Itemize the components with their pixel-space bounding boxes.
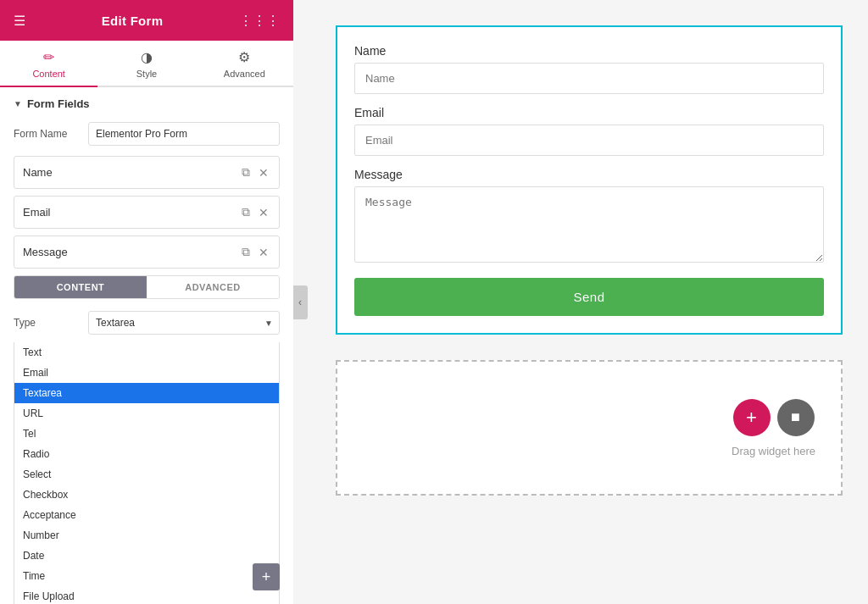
dropdown-item-file-upload[interactable]: File Upload xyxy=(14,586,279,604)
style-tab-label: Style xyxy=(136,69,157,79)
dropdown-item-tel[interactable]: Tel xyxy=(14,424,279,444)
dropdown-item-acceptance[interactable]: Acceptance xyxy=(14,505,279,525)
widget-drop-area: + ■ Drag widget here xyxy=(336,360,843,496)
field-item-message[interactable]: Message ⧉ ✕ xyxy=(14,236,280,269)
content-tab-icon: ✏ xyxy=(43,49,54,65)
sub-tab-advanced[interactable]: ADVANCED xyxy=(147,276,279,298)
field-email-label: Email xyxy=(23,206,240,219)
dropdown-item-date[interactable]: Date xyxy=(14,546,279,566)
panel-title: Edit Form xyxy=(102,14,164,28)
collapse-handle[interactable]: ‹ xyxy=(293,285,308,319)
form-name-row: Form Name xyxy=(14,122,280,146)
right-panel: ‹ Name Email Message Send + ■ xyxy=(293,0,868,604)
panel-header: ☰ Edit Form ⋮⋮⋮ xyxy=(0,0,293,41)
preview-message-label: Message xyxy=(354,168,824,181)
type-row: Type Textarea ▼ xyxy=(14,311,280,335)
type-label: Type xyxy=(14,317,81,329)
field-message-label: Message xyxy=(23,246,240,258)
preview-message-group: Message xyxy=(354,168,824,266)
form-name-label: Form Name xyxy=(14,128,81,140)
dropdown-item-time[interactable]: Time xyxy=(14,566,279,586)
drop-settings-button[interactable]: ■ xyxy=(777,399,815,436)
preview-message-textarea[interactable] xyxy=(354,186,824,263)
dropdown-item-checkbox[interactable]: Checkbox xyxy=(14,485,279,505)
preview-name-group: Name xyxy=(354,44,824,94)
type-select-wrapper: Textarea ▼ xyxy=(88,311,280,335)
field-name-delete-button[interactable]: ✕ xyxy=(257,164,270,181)
field-email-duplicate-button[interactable]: ⧉ xyxy=(240,203,252,221)
dropdown-item-number[interactable]: Number xyxy=(14,525,279,546)
preview-name-label: Name xyxy=(354,44,824,58)
dropdown-item-textarea[interactable]: Textarea xyxy=(14,383,279,403)
drop-settings-icon: ■ xyxy=(791,408,800,426)
dropdown-item-select[interactable]: Select xyxy=(14,464,279,485)
drop-buttons: + ■ xyxy=(733,399,815,436)
tab-style[interactable]: ◑ Style xyxy=(97,41,195,87)
field-message-duplicate-button[interactable]: ⧉ xyxy=(240,243,252,261)
panel-tabs: ✏ Content ◑ Style ⚙ Advanced xyxy=(0,41,293,87)
type-select[interactable]: Textarea xyxy=(88,311,280,335)
content-tab-label: Content xyxy=(32,69,65,79)
field-name-actions: ⧉ ✕ xyxy=(240,163,270,181)
advanced-tab-label: Advanced xyxy=(224,69,265,79)
preview-email-group: Email xyxy=(354,106,824,156)
hamburger-icon[interactable]: ☰ xyxy=(14,13,25,29)
dropdown-item-email[interactable]: Email xyxy=(14,363,279,383)
preview-highlight-box: Name Email Message Send xyxy=(336,25,843,335)
field-name-duplicate-button[interactable]: ⧉ xyxy=(240,163,252,181)
form-fields-section: ▼ Form Fields xyxy=(14,97,280,110)
dropdown-item-radio[interactable]: Radio xyxy=(14,444,279,464)
section-title-label: Form Fields xyxy=(27,97,90,110)
send-button[interactable]: Send xyxy=(354,278,824,316)
advanced-tab-icon: ⚙ xyxy=(238,49,250,65)
field-item-name[interactable]: Name ⧉ ✕ xyxy=(14,156,280,189)
add-field-button[interactable]: + xyxy=(253,563,280,590)
field-message-actions: ⧉ ✕ xyxy=(240,243,270,261)
left-panel: ☰ Edit Form ⋮⋮⋮ ✏ Content ◑ Style ⚙ Adva… xyxy=(0,0,293,604)
sub-tab-content[interactable]: CONTENT xyxy=(14,276,147,298)
drop-add-widget-button[interactable]: + xyxy=(733,399,771,436)
widget-drop-content: + ■ Drag widget here xyxy=(732,399,815,457)
form-name-input[interactable] xyxy=(88,122,280,146)
type-dropdown-list: Text Email Textarea URL Tel Radio Select… xyxy=(14,342,280,604)
preview-email-input[interactable] xyxy=(354,125,824,156)
field-item-email[interactable]: Email ⧉ ✕ xyxy=(14,196,280,229)
grid-icon[interactable]: ⋮⋮⋮ xyxy=(239,13,280,29)
field-name-label: Name xyxy=(23,166,240,179)
drag-widget-label: Drag widget here xyxy=(732,445,815,457)
preview-email-label: Email xyxy=(354,106,824,119)
dropdown-item-text[interactable]: Text xyxy=(14,342,279,363)
section-arrow-icon: ▼ xyxy=(14,99,22,108)
style-tab-icon: ◑ xyxy=(141,49,153,65)
field-email-delete-button[interactable]: ✕ xyxy=(257,204,270,221)
tab-advanced[interactable]: ⚙ Advanced xyxy=(196,41,293,87)
panel-body: ▼ Form Fields Form Name Name ⧉ ✕ Email ⧉… xyxy=(0,87,293,604)
sub-tabs: CONTENT ADVANCED xyxy=(14,275,280,299)
form-preview-area: Name Email Message Send xyxy=(293,0,868,352)
tab-content[interactable]: ✏ Content xyxy=(0,41,97,87)
field-email-actions: ⧉ ✕ xyxy=(240,203,270,221)
preview-name-input[interactable] xyxy=(354,63,824,94)
field-message-delete-button[interactable]: ✕ xyxy=(257,244,270,261)
dropdown-item-url[interactable]: URL xyxy=(14,403,279,424)
